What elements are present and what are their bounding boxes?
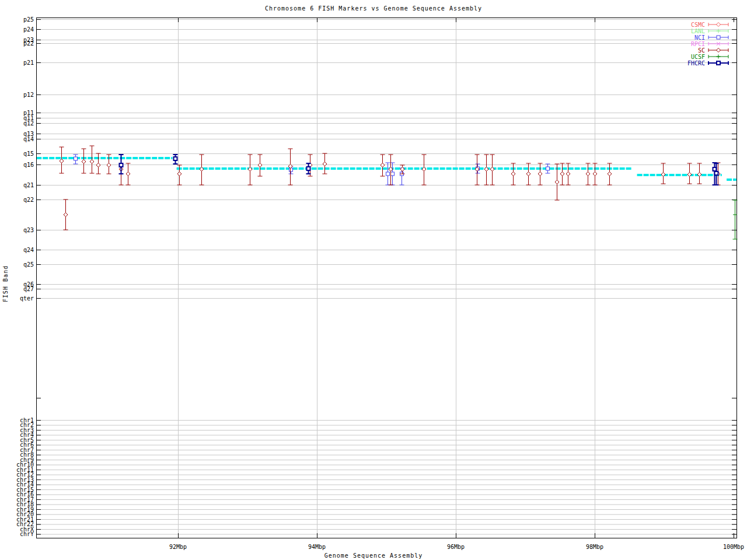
svg-text:qter: qter	[20, 295, 34, 302]
svg-text:92Mbp: 92Mbp	[169, 544, 187, 550]
gridlines	[37, 18, 736, 537]
legend-label-fhcrc: FHCRC	[687, 60, 705, 66]
svg-text:q27: q27	[23, 286, 34, 292]
legend-sample-fhcrc	[708, 61, 728, 65]
svg-text:p22: p22	[23, 40, 34, 47]
legend-label-ucsf: UCSF	[691, 54, 705, 60]
plot-area: p25p24p23p22p21p12p11q11q12q13q14q15q16q…	[0, 0, 747, 560]
assembly-band	[36, 158, 736, 180]
legend-sample-rpci	[708, 42, 728, 46]
svg-text:100Mbp: 100Mbp	[723, 544, 744, 550]
chart-canvas: p25p24p23p22p21p12p11q11q12q13q14q15q16q…	[0, 0, 747, 560]
legend-label-rpci: RPCI	[691, 41, 705, 47]
legend-sample-nci	[708, 36, 728, 39]
legend-sample-csmc	[708, 23, 728, 27]
svg-text:p21: p21	[23, 60, 34, 66]
svg-text:94Mbp: 94Mbp	[308, 544, 326, 550]
svg-text:chrY: chrY	[20, 531, 34, 537]
svg-text:96Mbp: 96Mbp	[447, 544, 465, 550]
legend-label-nci: NCI	[694, 34, 705, 41]
svg-text:q23: q23	[23, 227, 34, 233]
svg-text:q22: q22	[23, 197, 34, 203]
svg-text:q21: q21	[23, 182, 34, 188]
svg-text:q15: q15	[23, 150, 34, 157]
svg-text:q24: q24	[23, 247, 34, 253]
legend-label-csmc: CSMC	[691, 22, 705, 28]
legend-sample-ucsf	[708, 55, 728, 59]
legend-label-sc: SC	[698, 47, 705, 54]
svg-text:q12: q12	[23, 120, 34, 127]
x-axis-title: Genome Sequence Assembly	[0, 552, 747, 559]
svg-text:p25: p25	[23, 16, 34, 23]
svg-text:p12: p12	[23, 92, 34, 98]
svg-text:q25: q25	[23, 261, 34, 268]
y-axis-title: FISH Band	[2, 250, 9, 302]
svg-text:q14: q14	[23, 136, 34, 142]
svg-text:98Mbp: 98Mbp	[586, 544, 603, 550]
legend-label-lanl: LANL	[691, 28, 705, 34]
chart-title: Chromosome 6 FISH Markers vs Genome Sequ…	[0, 5, 747, 12]
svg-text:p24: p24	[23, 26, 34, 33]
svg-text:q16: q16	[23, 162, 34, 168]
legend-sample-sc	[708, 48, 728, 52]
